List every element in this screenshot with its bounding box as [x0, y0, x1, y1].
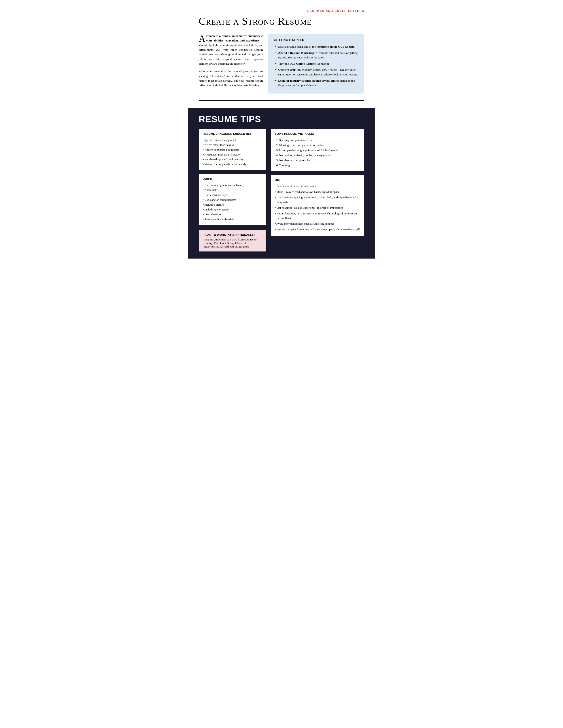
list-item: Start each line with a date — [203, 217, 262, 222]
list-item: Articulate rather than "flowery" — [203, 152, 262, 157]
header-title: RESUMES AND COVER LETTERS — [307, 9, 364, 13]
list-item: Specific rather than general — [203, 138, 262, 143]
getting-started-list: Draft a resume using one of the template… — [274, 44, 359, 88]
top-section: A resume is a concise, informative summa… — [199, 34, 364, 101]
mistakes-box-title: TOP 6 RESUME MISTAKES: — [275, 132, 360, 135]
list-item: Written for people who scan quickly — [203, 162, 262, 167]
getting-started-box: GETTING STARTED Draft a resume using one… — [268, 34, 364, 94]
resume-tips-title: RESUME TIPS — [199, 114, 364, 124]
list-item: Not demonstrating results — [279, 158, 360, 163]
intro-paragraph-1-rest: It should highlight your strongest asset… — [199, 39, 263, 65]
language-box-title: RESUME LANGUAGE SHOULD BE: — [203, 132, 262, 135]
international-box-title: PLAN TO WORK INTERNATIONALLY? — [203, 233, 261, 236]
list-item: Not well organized, concise, or easy to … — [279, 153, 360, 158]
list-item: Use slang or colloquialisms — [203, 197, 262, 202]
tips-grid: RESUME LANGUAGE SHOULD BE: Specific rath… — [199, 129, 364, 252]
list-item: Using passive language instead of "actio… — [279, 148, 360, 153]
tips-left-col: RESUME LANGUAGE SHOULD BE: Specific rath… — [199, 129, 266, 252]
language-list: Specific rather than general Active rath… — [203, 138, 262, 167]
bold-opening: resume is a concise, informative summary… — [206, 34, 263, 42]
list-item: Draft a resume using one of the template… — [278, 44, 359, 49]
international-box-text: Resume guidelines can vary from country … — [203, 238, 256, 248]
list-item: Make it easy to read and follow, balanci… — [275, 190, 360, 194]
list-item: List headings (such as Experience) in or… — [275, 205, 360, 210]
do-box-title: DO: — [275, 178, 360, 182]
dont-list: Use personal pronouns (such as I) Abbrev… — [203, 183, 262, 222]
list-item: Use a narrative style — [203, 193, 262, 197]
list-item: Be consistent in format and content — [275, 184, 360, 188]
list-item: Avoid information gaps such as a missing… — [275, 221, 360, 226]
list-item: Spelling and grammar errors — [279, 138, 360, 143]
bottom-section: RESUME TIPS RESUME LANGUAGE SHOULD BE: S… — [188, 108, 375, 259]
list-item: Look for industry specific resume review… — [278, 78, 359, 88]
intro-paragraph-1: A resume is a concise, informative summa… — [199, 34, 263, 66]
main-title: Create a Strong Resume — [199, 15, 364, 27]
drop-cap: A — [199, 34, 206, 43]
intro-column: A resume is a concise, informative summa… — [199, 34, 268, 94]
list-item: Include a picture — [203, 202, 262, 207]
list-item: Attend a Resume Workshop to learn the nu… — [278, 51, 359, 60]
list-item: Written to express not impress — [203, 147, 262, 152]
dont-box-title: DON'T: — [203, 177, 262, 180]
tips-right-col: TOP 6 RESUME MISTAKES: Spelling and gram… — [271, 129, 364, 252]
language-box: RESUME LANGUAGE SHOULD BE: Specific rath… — [199, 129, 266, 171]
list-item: Come to drop-ins. Monday-Friday, 1:00-4:… — [278, 67, 359, 77]
list-item: Abbreviate — [203, 188, 262, 192]
list-item: Active rather than passive — [203, 143, 262, 147]
list-item: Missing email and phone information — [279, 143, 360, 148]
page-header: RESUMES AND COVER LETTERS — [199, 9, 364, 13]
dont-box: DON'T: Use personal pronouns (such as I)… — [199, 174, 266, 225]
list-item: Use personal pronouns (such as I) — [203, 183, 262, 188]
list-item: Use consistent spacing, underlining, ita… — [275, 195, 360, 205]
intro-paragraph-2: Tailor your resume to the type of positi… — [199, 69, 263, 88]
list-item: Too long — [279, 163, 360, 168]
list-item: View the OCS Online Resume Workshop. — [278, 61, 359, 66]
international-box: PLAN TO WORK INTERNATIONALLY? Resume gui… — [199, 230, 266, 252]
mistakes-box: TOP 6 RESUME MISTAKES: Spelling and gram… — [271, 129, 364, 172]
do-list: Be consistent in format and content Make… — [275, 184, 360, 232]
list-item: Within headings, list information in rev… — [275, 211, 360, 221]
list-item: Include age or gender — [203, 207, 262, 212]
getting-started-title: GETTING STARTED — [274, 38, 359, 42]
list-item: Fact-based (quantify and qualify) — [203, 157, 262, 162]
list-item: List references — [203, 212, 262, 217]
do-box: DO: Be consistent in format and content … — [271, 175, 364, 236]
list-item: Be sure that your formatting will transl… — [275, 227, 360, 232]
mistakes-list: Spelling and grammar errors Missing emai… — [275, 138, 360, 168]
